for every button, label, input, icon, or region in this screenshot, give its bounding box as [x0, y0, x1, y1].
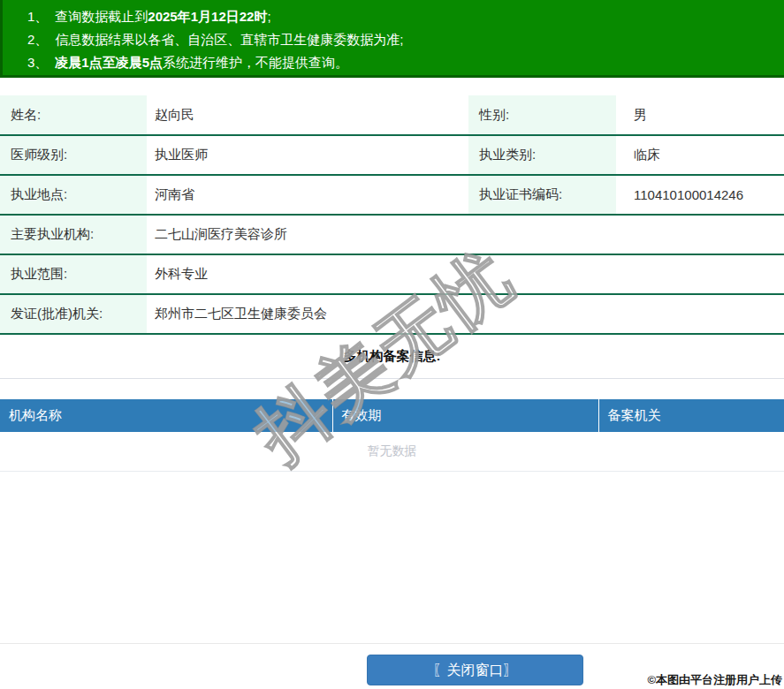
footer-divider [0, 643, 784, 644]
field-label-name: 姓名: [0, 95, 147, 135]
table-row: 姓名: 赵向民 性别: 男 [0, 95, 784, 135]
close-window-button[interactable]: 〖关闭窗口〗 [367, 655, 583, 685]
notice-bold-text: 凌晨1点至凌晨5点 [55, 55, 163, 70]
practitioner-info-table: 姓名: 赵向民 性别: 男 医师级别: 执业医师 执业类别: 临床 执业地点: … [0, 95, 784, 335]
notice-number: 1、 [27, 9, 48, 24]
notice-bold-text: 2025年1月12日22时 [148, 9, 267, 24]
notice-text: 查询数据截止到 [55, 9, 148, 24]
field-label-practice-scope: 执业范围: [0, 254, 147, 294]
field-label-doctor-level: 医师级别: [0, 135, 147, 175]
records-header-filing-authority: 备案机关 [598, 399, 784, 432]
records-header-institution-name: 机构名称 [0, 399, 332, 432]
table-row: 执业范围: 外科专业 [0, 254, 784, 294]
notice-number: 2、 [27, 32, 48, 47]
empty-data-text: 暂无数据 [0, 432, 784, 472]
field-label-practice-category: 执业类别: [468, 135, 616, 175]
records-header-validity-period: 有效期 [332, 399, 598, 432]
field-value-practice-scope: 外科专业 [147, 254, 784, 294]
table-row: 执业地点: 河南省 执业证书编码: 110410100014246 [0, 175, 784, 215]
notice-text: 信息数据结果以各省、自治区、直辖市卫生健康委数据为准; [55, 32, 403, 47]
field-value-practice-category: 临床 [616, 135, 784, 175]
field-label-gender: 性别: [468, 95, 616, 135]
field-label-main-institution: 主要执业机构: [0, 215, 147, 254]
field-label-certificate-number: 执业证书编码: [468, 175, 616, 215]
copyright-text: ©本图由平台注册用户上传 [647, 672, 782, 688]
records-empty-row: 暂无数据 [0, 432, 784, 472]
field-value-doctor-level: 执业医师 [147, 135, 468, 175]
field-value-main-institution: 二七山涧医疗美容诊所 [147, 215, 784, 254]
notice-text: 系统进行维护，不能提供查询。 [163, 55, 348, 70]
notice-line-2: 2、信息数据结果以各省、自治区、直辖市卫生健康委数据为准; [27, 28, 775, 51]
field-value-certificate-number: 110410100014246 [616, 175, 784, 215]
field-label-practice-location: 执业地点: [0, 175, 147, 215]
notice-line-3: 3、凌晨1点至凌晨5点系统进行维护，不能提供查询。 [27, 51, 775, 74]
notice-text: ; [267, 9, 270, 24]
table-row: 主要执业机构: 二七山涧医疗美容诊所 [0, 215, 784, 254]
field-value-issuing-authority: 郑州市二七区卫生健康委员会 [147, 294, 784, 334]
field-value-practice-location: 河南省 [147, 175, 468, 215]
notice-line-1: 1、查询数据截止到2025年1月12日22时; [27, 5, 775, 28]
divider [0, 378, 784, 379]
notice-banner: 1、查询数据截止到2025年1月12日22时; 2、信息数据结果以各省、自治区、… [0, 0, 784, 78]
records-table: 机构名称 有效期 备案机关 暂无数据 [0, 399, 784, 472]
table-row: 医师级别: 执业医师 执业类别: 临床 [0, 135, 784, 175]
field-value-name: 赵向民 [147, 95, 468, 135]
section-title-multi-institution: 多机构备案信息: [0, 347, 784, 365]
field-value-gender: 男 [616, 95, 784, 135]
records-header-row: 机构名称 有效期 备案机关 [0, 399, 784, 432]
field-label-issuing-authority: 发证(批准)机关: [0, 294, 147, 334]
table-row: 发证(批准)机关: 郑州市二七区卫生健康委员会 [0, 294, 784, 334]
notice-number: 3、 [27, 55, 48, 70]
